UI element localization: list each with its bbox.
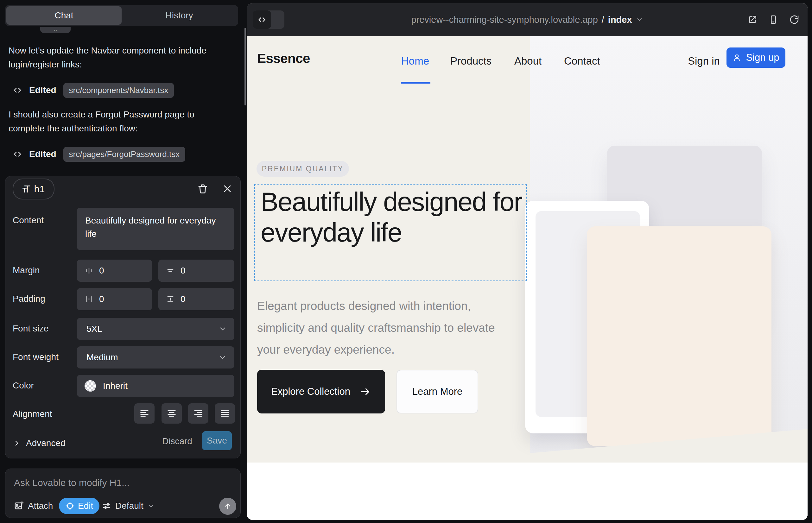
font-size-label: Font size xyxy=(13,324,49,334)
assistant-message: I should also create a Forgot Password p… xyxy=(8,108,217,136)
advanced-toggle[interactable]: Advanced xyxy=(13,436,66,450)
selected-element-tag: TT h1 xyxy=(13,179,54,199)
preview-panel: preview--charming-site-symphony.lovable.… xyxy=(247,3,808,520)
code-icon xyxy=(13,149,22,159)
margin-label: Margin xyxy=(13,265,40,275)
assistant-message: Now let's update the Navbar component to… xyxy=(8,44,217,72)
padding-y-input[interactable]: 0 xyxy=(158,288,234,310)
attach-button[interactable]: Attach xyxy=(14,498,53,514)
send-button[interactable] xyxy=(219,498,236,515)
edited-file-row: Edited src/pages/ForgotPassword.tsx xyxy=(13,147,185,161)
align-right-button[interactable] xyxy=(188,403,208,423)
url-page: index xyxy=(608,15,632,25)
sign-in-link[interactable]: Sign in xyxy=(688,55,720,67)
chat-history-tabs: Chat History xyxy=(5,5,238,26)
nav-link-about[interactable]: About xyxy=(514,55,542,67)
mode-selector[interactable]: Default xyxy=(102,498,155,514)
transparent-color-swatch xyxy=(85,380,96,392)
close-editor-button[interactable] xyxy=(222,183,233,194)
tab-history[interactable]: History xyxy=(122,6,237,25)
prompt-input[interactable]: Ask Lovable to modify H1... xyxy=(14,477,129,488)
chevron-down-icon xyxy=(147,502,155,510)
padding-label: Padding xyxy=(13,294,45,304)
edited-file-chip[interactable]: src/components/Navbar.tsx xyxy=(63,83,174,98)
target-icon xyxy=(65,501,75,511)
learn-more-button[interactable]: Learn More xyxy=(396,370,478,413)
code-preview-toggle[interactable] xyxy=(253,11,284,29)
chevron-down-icon xyxy=(218,325,227,333)
mobile-view-button[interactable] xyxy=(768,15,778,25)
margin-y-input[interactable]: 0 xyxy=(158,259,234,282)
premium-quality-badge: PREMIUM QUALITY xyxy=(257,161,349,177)
nav-link-contact[interactable]: Contact xyxy=(564,55,600,67)
margin-y-icon xyxy=(166,266,175,275)
code-icon[interactable] xyxy=(253,11,271,29)
padding-x-input[interactable]: 0 xyxy=(77,288,152,310)
arrow-right-icon xyxy=(360,386,371,397)
save-button[interactable]: Save xyxy=(202,431,232,450)
edited-file-row: Edited src/components/Navbar.tsx xyxy=(13,83,174,97)
color-picker-field[interactable]: Inherit xyxy=(77,375,234,397)
element-tag-label: h1 xyxy=(34,184,45,194)
chevron-down-icon xyxy=(636,16,643,23)
image-plus-icon xyxy=(14,501,24,511)
selected-element-outline[interactable]: Beautifully designed for everyday life xyxy=(254,184,527,281)
hero-heading: Beautifully designed for everyday life xyxy=(258,184,527,250)
site-logo[interactable]: Essence xyxy=(257,51,310,66)
edit-mode-button[interactable]: Edit xyxy=(59,498,100,514)
content-textarea[interactable]: Beautifully designed for everyday life xyxy=(77,208,234,250)
nav-link-home[interactable]: Home xyxy=(401,55,429,67)
align-justify-button[interactable] xyxy=(215,403,235,423)
arrow-up-icon xyxy=(223,502,232,511)
sign-up-button[interactable]: Sign up xyxy=(726,48,785,68)
alignment-label: Alignment xyxy=(13,409,52,419)
font-weight-label: Font weight xyxy=(13,352,58,362)
url-separator: / xyxy=(602,15,604,25)
align-left-button[interactable] xyxy=(134,403,155,423)
tab-chat[interactable]: Chat xyxy=(6,6,122,25)
color-label: Color xyxy=(13,381,34,391)
url-domain: preview--charming-site-symphony.lovable.… xyxy=(411,15,598,25)
hero-decor-card-beige xyxy=(587,227,772,446)
url-bar[interactable]: preview--charming-site-symphony.lovable.… xyxy=(411,3,643,36)
edited-label: Edited xyxy=(29,149,56,159)
edited-label: Edited xyxy=(29,85,56,95)
edited-file-chip[interactable]: src/pages/ForgotPassword.tsx xyxy=(63,147,186,162)
scrolled-chip-partial: .. xyxy=(40,27,71,33)
code-icon xyxy=(13,86,22,95)
sliders-icon xyxy=(102,501,111,511)
chevron-right-icon xyxy=(13,439,21,447)
chat-scrollbar[interactable] xyxy=(245,28,246,105)
app-window: Chat History .. Now let's update the Nav… xyxy=(0,0,812,523)
user-icon xyxy=(732,53,741,62)
chevron-down-icon xyxy=(218,353,227,362)
browser-toolbar: preview--charming-site-symphony.lovable.… xyxy=(247,3,808,36)
discard-button[interactable]: Discard xyxy=(162,436,192,446)
open-external-button[interactable] xyxy=(747,15,758,25)
hero-section: Essence Home Products About Contact Sign… xyxy=(247,36,808,463)
align-center-button[interactable] xyxy=(161,403,182,423)
font-weight-select[interactable]: Medium xyxy=(77,346,234,368)
refresh-button[interactable] xyxy=(789,15,799,25)
content-label: Content xyxy=(13,215,44,226)
active-nav-underline xyxy=(401,82,430,84)
padding-x-icon xyxy=(85,295,93,304)
margin-x-input[interactable]: 0 xyxy=(77,259,152,282)
delete-element-button[interactable] xyxy=(197,183,208,194)
type-icon: TT xyxy=(22,183,30,195)
padding-y-icon xyxy=(166,295,175,304)
hero-description: Elegant products designed with intention… xyxy=(257,295,511,361)
nav-link-products[interactable]: Products xyxy=(450,55,492,67)
margin-x-icon xyxy=(85,266,93,275)
explore-collection-button[interactable]: Explore Collection xyxy=(257,370,385,413)
font-size-select[interactable]: 5XL xyxy=(77,318,234,340)
site-page: Essence Home Products About Contact Sign… xyxy=(247,36,808,520)
